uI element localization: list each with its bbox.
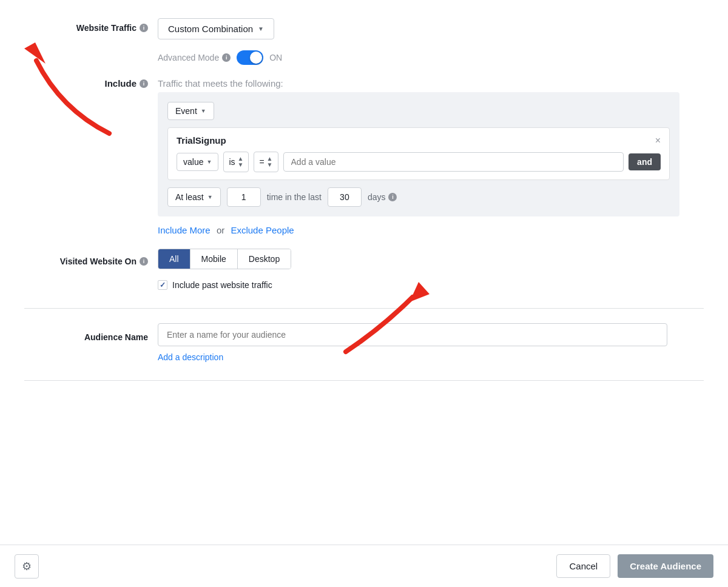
audience-name-text: Audience Name [84, 332, 148, 342]
all-button[interactable]: All [158, 249, 190, 269]
desktop-button[interactable]: Desktop [238, 249, 291, 269]
mobile-button[interactable]: Mobile [190, 249, 238, 269]
divider [24, 308, 704, 309]
create-audience-button[interactable]: Create Audience [618, 554, 713, 578]
advanced-mode-info-icon[interactable]: i [222, 53, 231, 62]
value-dropdown[interactable]: value ▼ [177, 153, 218, 171]
equals-dropdown[interactable]: = ▲▼ [254, 152, 278, 172]
days-text: days [368, 192, 386, 202]
include-more-link[interactable]: Include More [158, 225, 211, 235]
website-traffic-row: Website Traffic i Custom Combination ▼ [24, 18, 704, 39]
visited-website-info-icon[interactable]: i [140, 257, 148, 266]
value-dropdown-arrow-icon: ▼ [206, 159, 212, 165]
include-info-icon[interactable]: i [140, 79, 148, 88]
cancel-button[interactable]: Cancel [556, 554, 610, 578]
at-least-label: At least [175, 192, 204, 202]
audience-name-label: Audience Name [24, 327, 158, 342]
value-row: value ▼ is ▲▼ = ▲▼ and [177, 152, 661, 172]
trial-signup-name: TrialSignup [177, 135, 226, 146]
bottom-divider [24, 380, 704, 381]
action-buttons: Cancel Create Audience [556, 554, 713, 578]
include-subtext: Traffic that meets the following: [158, 76, 283, 89]
or-text: or [217, 225, 224, 235]
days-info-icon[interactable]: i [388, 193, 397, 201]
include-row: Include i Traffic that meets the followi… [24, 76, 704, 89]
add-value-input[interactable] [283, 152, 624, 172]
checkbox-check-icon: ✓ [160, 281, 166, 289]
advanced-mode-status: ON [269, 53, 282, 62]
days-label-group: days i [368, 192, 397, 202]
event-dropdown-label: Event [175, 106, 197, 116]
is-updown-icon: ▲▼ [238, 156, 244, 168]
visited-website-row: Visited Website On i All Mobile Desktop [24, 249, 704, 269]
visited-website-label: Visited Website On i [24, 252, 158, 266]
visited-website-text: Visited Website On [60, 257, 136, 266]
custom-combination-label: Custom Combination [168, 24, 253, 34]
gear-icon: ⚙ [22, 560, 32, 573]
website-traffic-info-icon[interactable]: i [140, 24, 148, 32]
device-buttons-group: All Mobile Desktop [158, 249, 291, 269]
add-description-row: Add a description [158, 352, 704, 362]
advanced-mode-label: Advanced Mode i [158, 53, 231, 62]
is-dropdown[interactable]: is ▲▼ [223, 152, 249, 172]
advanced-mode-text: Advanced Mode [158, 53, 219, 62]
include-past-traffic-checkbox[interactable]: ✓ [158, 280, 167, 290]
audience-name-row: Audience Name [24, 323, 704, 346]
days-input[interactable] [328, 187, 362, 207]
trial-signup-box: TrialSignup × value ▼ is ▲▼ = ▲▼ [167, 127, 670, 180]
trial-signup-close-icon[interactable]: × [655, 136, 661, 146]
bottom-bar: ⚙ Cancel Create Audience [0, 545, 728, 587]
links-row: Include More or Exclude People [158, 225, 704, 235]
equals-updown-icon: ▲▼ [267, 156, 273, 168]
time-in-the-last-text: time in the last [267, 192, 322, 202]
add-description-link[interactable]: Add a description [158, 352, 223, 362]
exclude-people-link[interactable]: Exclude People [231, 225, 294, 235]
at-least-arrow-icon: ▼ [207, 194, 213, 200]
website-traffic-text: Website Traffic [76, 23, 136, 33]
dropdown-arrow-icon: ▼ [258, 25, 264, 32]
is-label: is [229, 157, 235, 167]
value-label: value [183, 157, 203, 167]
audience-name-input[interactable] [158, 323, 667, 346]
checkbox-row: ✓ Include past website traffic [158, 280, 704, 290]
include-label: Include i [24, 76, 158, 89]
custom-combination-dropdown[interactable]: Custom Combination ▼ [158, 18, 274, 39]
gear-button[interactable]: ⚙ [15, 554, 39, 579]
website-traffic-label: Website Traffic i [24, 18, 158, 33]
advanced-mode-row: Advanced Mode i ON [158, 50, 704, 65]
gray-box: Event ▼ TrialSignup × value ▼ is ▲▼ [158, 92, 679, 216]
include-text: Include [104, 78, 136, 89]
equals-label: = [259, 157, 264, 167]
event-dropdown-arrow-icon: ▼ [201, 108, 206, 114]
main-container: Website Traffic i Custom Combination ▼ A… [0, 0, 728, 414]
time-count-input[interactable] [227, 187, 261, 207]
event-dropdown[interactable]: Event ▼ [167, 102, 214, 120]
event-row: Event ▼ [167, 102, 670, 120]
and-button[interactable]: and [629, 153, 661, 170]
advanced-mode-toggle[interactable] [237, 50, 263, 65]
checkbox-label: Include past website traffic [172, 280, 272, 290]
at-least-row: At least ▼ time in the last days i [167, 187, 670, 207]
at-least-dropdown[interactable]: At least ▼ [167, 187, 221, 207]
trial-header: TrialSignup × [177, 135, 661, 146]
